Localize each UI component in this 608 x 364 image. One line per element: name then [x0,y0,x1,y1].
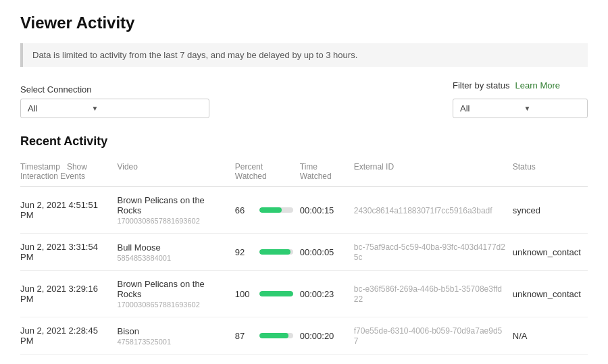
cell-timestamp: Jun 2, 2021 3:31:54 PM [20,234,117,271]
percent-value: 92 [235,247,254,257]
cell-status: unknown_contact [513,271,588,317]
timestamp-value: Jun 2, 2021 2:28:45 PM [20,326,98,346]
filters-row: Select Connection All ▼ Filter by status… [20,80,588,118]
progress-bar-container [259,207,293,213]
col-external-id: External ID [354,157,513,187]
connection-filter-label: Select Connection [20,84,209,95]
timestamp-value: Jun 2, 2021 3:31:54 PM [20,242,98,262]
cell-percent: 100 [235,271,300,317]
info-banner: Data is limited to activity from the las… [20,43,588,67]
percent-cell: 100 [235,289,293,299]
cell-external-id: f70e55de-6310-4006-b059-70d9a7ae9d57 [354,317,513,355]
col-percent-watched: PercentWatched [235,157,300,187]
table-row: Jun 2, 2021 2:28:06 PMTiger 100 00:00:28… [20,355,588,365]
cell-percent: 100 [235,355,300,365]
timestamp-value: Jun 2, 2021 4:51:51 PM [20,200,98,220]
col-time-watched: TimeWatched [300,157,354,187]
cell-time-watched: 00:00:15 [300,187,354,234]
external-id-value: 2430c8614a11883071f7cc5916a3badf [354,206,492,215]
progress-bar-fill [259,291,293,296]
table-row: Jun 2, 2021 3:29:16 PMBrown Pelicans on … [20,271,588,317]
table-row: Jun 2, 2021 3:31:54 PMBull Moose58548538… [20,234,588,271]
progress-bar-container [259,291,293,296]
video-title: Brown Pelicans on the Rocks [117,195,228,215]
cell-time-watched: 00:00:23 [300,271,354,317]
progress-bar-fill [259,333,289,338]
external-id-value: bc-75af9acd-5c59-40ba-93fc-403d4177d25c [354,242,505,262]
cell-video: Tiger [117,355,234,365]
table-header-row: Timestamp ShowInteraction Events Video P… [20,157,588,187]
recent-activity-title: Recent Activity [20,134,588,149]
cell-status: N/A [513,355,588,365]
connection-chevron-icon: ▼ [91,105,98,112]
video-id: 17000308657881693602 [117,301,228,309]
percent-value: 87 [235,331,254,341]
percent-value: 100 [235,289,254,299]
cell-timestamp: Jun 2, 2021 3:29:16 PM [20,271,117,317]
video-title: Bull Moose [117,242,228,253]
percent-cell: 66 [235,205,293,215]
percent-cell: 92 [235,247,293,257]
video-id: 4758173525001 [117,338,228,346]
cell-timestamp: Jun 2, 2021 2:28:45 PM [20,317,117,355]
progress-bar-container [259,333,293,338]
status-value: unknown_contact [513,289,581,299]
cell-status: unknown_contact [513,234,588,271]
cell-percent: 87 [235,317,300,355]
status-value: synced [513,205,540,215]
cell-video: Bison4758173525001 [117,317,234,355]
cell-timestamp: Jun 2, 2021 2:28:06 PM [20,355,117,365]
cell-external-id: bc-e36f586f-269a-446b-b5b1-35708e3ffd22 [354,271,513,317]
progress-bar-fill [259,249,290,255]
status-value: N/A [513,331,528,341]
status-chevron-icon: ▼ [524,105,530,112]
percent-value: 66 [235,205,254,215]
status-select-value: All [460,103,470,113]
status-filter-label: Filter by status [453,80,510,90]
video-title: Bison [117,326,228,336]
video-id: 17000308657881693602 [117,217,228,225]
cell-video: Brown Pelicans on the Rocks1700030865788… [117,271,234,317]
connection-filter-group: Select Connection All ▼ [20,84,209,118]
status-value: unknown_contact [513,247,581,257]
video-id: 5854853884001 [117,254,228,262]
cell-time-watched: 00:00:28 [300,355,354,365]
timestamp-value: Jun 2, 2021 3:29:16 PM [20,284,98,304]
page-title: Viewer Activity [20,14,588,32]
external-id-value: f70e55de-6310-4006-b059-70d9a7ae9d57 [354,326,503,346]
percent-cell: 87 [235,331,293,341]
cell-video: Bull Moose5854853884001 [117,234,234,271]
cell-timestamp: Jun 2, 2021 4:51:51 PM [20,187,117,234]
learn-more-link[interactable]: Learn More [515,80,560,90]
col-timestamp: Timestamp ShowInteraction Events [20,157,117,187]
status-filter-group: Filter by status Learn More All ▼ [453,80,588,118]
cell-external-id: 2430c8614a11883071f7cc5916a3badf [354,187,513,234]
external-id-value: bc-e36f586f-269a-446b-b5b1-35708e3ffd22 [354,284,502,304]
cell-status: N/A [513,317,588,355]
status-filter-label-row: Filter by status Learn More [453,80,588,90]
col-video: Video [117,157,234,187]
page-container: Viewer Activity Data is limited to activ… [0,0,608,364]
cell-external-id: 82937d37-2fba-499e-94bb-... [354,355,513,365]
cell-percent: 92 [235,234,300,271]
cell-percent: 66 [235,187,300,234]
cell-time-watched: 00:00:05 [300,234,354,271]
activity-table: Timestamp ShowInteraction Events Video P… [20,157,588,364]
connection-select[interactable]: All ▼ [20,99,209,118]
cell-status: synced [513,187,588,234]
table-row: Jun 2, 2021 2:28:45 PMBison4758173525001… [20,317,588,355]
cell-time-watched: 00:00:20 [300,317,354,355]
table-row: Jun 2, 2021 4:51:51 PMBrown Pelicans on … [20,187,588,234]
status-select[interactable]: All ▼ [453,99,588,118]
connection-select-value: All [28,103,37,113]
progress-bar-fill [259,207,282,213]
col-status: Status [513,157,588,187]
cell-external-id: bc-75af9acd-5c59-40ba-93fc-403d4177d25c [354,234,513,271]
progress-bar-container [259,249,293,255]
cell-video: Brown Pelicans on the Rocks1700030865788… [117,187,234,234]
video-title: Brown Pelicans on the Rocks [117,279,228,299]
